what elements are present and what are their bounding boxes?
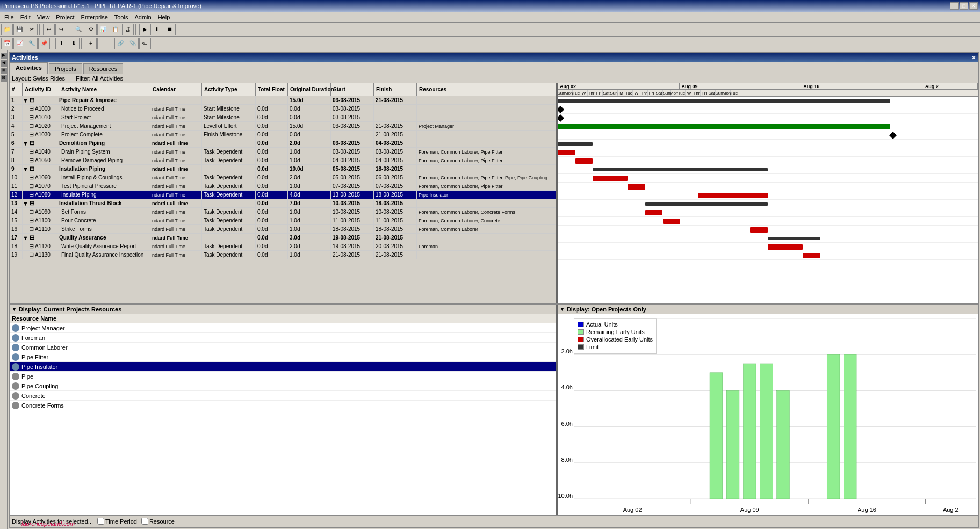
toolbar-btn-5[interactable]: ↪ (55, 24, 67, 35)
menu-help[interactable]: Help (155, 13, 174, 21)
y-label-10: 10.0h (558, 492, 573, 499)
tab-projects[interactable]: Projects (49, 63, 82, 74)
resource-icon (12, 353, 19, 361)
window-close-button[interactable]: ✕ (971, 55, 976, 61)
resource-col-header: Resource Name (12, 315, 56, 322)
time-period-checkbox[interactable] (97, 518, 104, 525)
toolbar2-btn-9[interactable]: 🔗 (114, 38, 126, 49)
toolbar-btn-4[interactable]: ↩ (43, 24, 55, 35)
maximize-button[interactable]: □ (960, 2, 968, 10)
table-row[interactable]: 7 ⊟A1040 Drain Piping System ndard Full … (10, 148, 556, 156)
y-label-4: 4.0h (561, 384, 573, 390)
window-title: Activities (12, 54, 38, 61)
toolbar2-btn-10[interactable]: 📎 (127, 38, 139, 49)
svg-rect-9 (760, 364, 773, 499)
table-row[interactable]: 14 ⊟A1090 Set Forms ndard Full Time Task… (10, 208, 556, 216)
menu-file[interactable]: File (1, 13, 17, 21)
table-row[interactable]: 12 ⊟A1080 Insulate Piping ndard Full Tim… (10, 191, 556, 199)
table-row[interactable]: 19 ⊟A1130 Final Quality Assurance Inspec… (10, 251, 556, 259)
resource-checkbox[interactable] (141, 518, 148, 525)
table-row[interactable]: 3 ⊟A1010 Start Project ndard Full Time S… (10, 113, 556, 122)
toolbar-btn-3[interactable]: ✂ (26, 24, 38, 35)
table-row[interactable]: 13 ▼⊟ Installation Thrust Block ndard Fu… (10, 199, 556, 208)
sidebar-icon-3[interactable]: ⊞ (1, 68, 7, 74)
chart-pane-header: ▼ Display: Open Projects Only (558, 305, 978, 314)
svg-text:Aug 02: Aug 02 (623, 506, 642, 513)
table-row[interactable]: 11 ⊟A1070 Test Piping at Pressure ndard … (10, 182, 556, 191)
tab-resources[interactable]: Resources (83, 63, 124, 74)
x-axis-svg: Aug 02Aug 09Aug 16Aug 2 (574, 499, 976, 515)
resource-item[interactable]: Concrete Forms (10, 401, 556, 410)
resource-item[interactable]: Pipe Fitter (10, 352, 556, 362)
resource-item[interactable]: Pipe (10, 372, 556, 381)
chart-area: Actual Units Remaining Early Units Overa… (558, 314, 978, 515)
toolbar2-btn-5[interactable]: ⬆ (55, 38, 67, 49)
toolbar-btn-9[interactable]: 📋 (110, 24, 121, 35)
toolbar2-btn-8[interactable]: - (97, 38, 109, 49)
gantt-row (558, 114, 978, 122)
resource-item[interactable]: Concrete (10, 391, 556, 401)
gantt-day-label: Thr (588, 90, 595, 96)
resource-item[interactable]: Foreman (10, 333, 556, 343)
table-row[interactable]: 5 ⊟A1030 Project Complete ndard Full Tim… (10, 131, 556, 139)
menu-project[interactable]: Project (53, 13, 77, 21)
gantt-row (558, 122, 978, 131)
toolbar-btn-7[interactable]: ⚙ (85, 24, 97, 35)
svg-rect-11 (827, 354, 840, 499)
toolbar2-btn-2[interactable]: 📈 (13, 38, 25, 49)
resource-icon (12, 344, 19, 351)
toolbar2-btn-7[interactable]: + (85, 38, 97, 49)
toolbar-btn-12[interactable]: ⏸ (152, 24, 163, 35)
table-row[interactable]: 15 ⊟A1100 Pour Concrete ndard Full Time … (10, 216, 556, 225)
gantt-row (558, 217, 978, 226)
toolbar-btn-13[interactable]: ⏹ (164, 24, 176, 35)
toolbar-btn-2[interactable]: 💾 (13, 24, 25, 35)
chart-expand-icon[interactable]: ▼ (560, 307, 565, 312)
y-label-2: 2.0h (561, 348, 573, 354)
resource-item[interactable]: Project Manager (10, 323, 556, 333)
table-gantt-split: # Activity ID Activity Name Calendar Act… (10, 83, 978, 303)
toolbar-btn-10[interactable]: 🖨 (122, 24, 134, 35)
toolbar-btn-1[interactable]: 📁 (1, 24, 13, 35)
minimize-button[interactable]: ─ (950, 2, 959, 10)
resource-item[interactable]: Pipe Coupling (10, 381, 556, 391)
menu-tools[interactable]: Tools (111, 13, 132, 21)
toolbar2-btn-6[interactable]: ⬇ (68, 38, 80, 49)
toolbar-btn-8[interactable]: 📊 (97, 24, 109, 35)
resource-item[interactable]: Common Laborer (10, 343, 556, 352)
sidebar-icon-4[interactable]: ⊟ (1, 75, 7, 82)
gantt-day-label: Sat (603, 90, 610, 96)
gantt-month-aug16: Aug 16 (801, 83, 923, 89)
menu-edit[interactable]: Edit (17, 13, 34, 21)
menu-enterprise[interactable]: Enterprise (78, 13, 111, 21)
close-button[interactable]: ✕ (969, 2, 978, 10)
resource-expand-icon[interactable]: ▼ (12, 307, 17, 312)
toolbar2-btn-3[interactable]: 🔧 (26, 38, 38, 49)
toolbar2-btn-11[interactable]: 🏷 (139, 38, 151, 49)
toolbar2-btn-4[interactable]: 📌 (38, 38, 50, 49)
gantt-day-label: Thr (640, 90, 648, 96)
menu-admin[interactable]: Admin (131, 13, 154, 21)
table-row[interactable]: 17 ▼⊟ Quality Assurance ndard Full Time … (10, 234, 556, 242)
sidebar-icon-1[interactable]: ▶ (1, 53, 7, 59)
table-row[interactable]: 16 ⊟A1110 Strike Forms ndard Full Time T… (10, 225, 556, 234)
resource-name: Pipe Insulator (21, 364, 57, 370)
toolbar-btn-11[interactable]: ▶ (139, 24, 151, 35)
menu-view[interactable]: View (34, 13, 53, 21)
toolbar2-btn-1[interactable]: 📅 (1, 38, 13, 49)
table-row[interactable]: 6 ▼⊟ Demolition Piping ndard Full Time 0… (10, 139, 556, 148)
table-row[interactable]: 8 ⊟A1050 Remove Damaged Piping ndard Ful… (10, 156, 556, 165)
resource-item[interactable]: Pipe Insulator (10, 362, 556, 372)
gantt-section: Aug 02 Aug 09 Aug 16 Aug 2 SunMonTueWThr… (558, 83, 978, 303)
tab-activities[interactable]: Activities (10, 62, 48, 74)
table-row[interactable]: 4 ⊟A1020 Project Management ndard Full T… (10, 122, 556, 131)
table-row[interactable]: 9 ▼⊟ Installation Piping ndard Full Time… (10, 165, 556, 173)
resource-name: Pipe Coupling (21, 383, 59, 389)
table-row[interactable]: 2 ⊟A1000 Notice to Proceed ndard Full Ti… (10, 105, 556, 113)
toolbar-btn-6[interactable]: 🔍 (73, 24, 84, 35)
table-row[interactable]: 1 ▼⊟ Pipe Repair & Improve 15.0d 03-08-2… (10, 96, 556, 105)
sidebar-icon-2[interactable]: ◀ (1, 60, 7, 67)
table-row[interactable]: 18 ⊟A1120 Write Quality Assurance Report… (10, 242, 556, 251)
table-row[interactable]: 10 ⊟A1060 Install Piping & Couplings nda… (10, 173, 556, 182)
svg-rect-8 (743, 364, 756, 499)
